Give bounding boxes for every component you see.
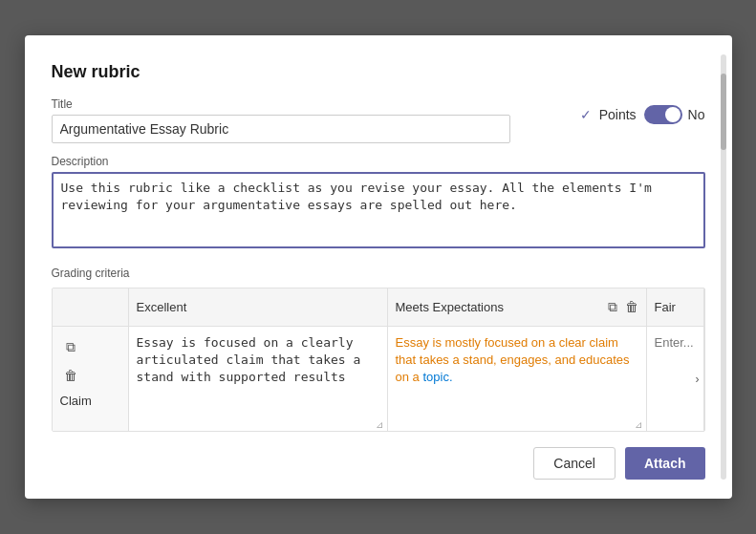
- meets-cell[interactable]: Essay is mostly focused on a clear claim…: [388, 327, 646, 431]
- delete-row-button[interactable]: 🗑: [60, 365, 81, 386]
- toggle-wrapper: No: [644, 105, 705, 124]
- toggle-no-label: No: [688, 107, 705, 122]
- toggle-knob: [665, 107, 680, 122]
- modal-overlay: New rubric Title ✓ Points No: [0, 0, 756, 534]
- excellent-textarea[interactable]: Essay is focused on a clearly articulate…: [137, 334, 379, 420]
- fair-cell: ›: [647, 327, 703, 431]
- title-label: Title: [52, 97, 510, 111]
- excellent-cell: Essay is focused on a clearly articulate…: [129, 327, 387, 431]
- checkmark-icon: ✓: [580, 107, 592, 122]
- excellent-label: Excellent: [137, 300, 187, 314]
- fair-column: Fair ›: [647, 288, 704, 431]
- cancel-button[interactable]: Cancel: [533, 447, 616, 480]
- chevron-right-icon: ›: [696, 373, 700, 386]
- grading-section: Grading criteria ⧉ 🗑 Claim Excellent: [52, 267, 705, 432]
- meets-resize-handle[interactable]: ⊿: [635, 419, 644, 429]
- header-row: Title ✓ Points No: [52, 97, 705, 143]
- description-textarea[interactable]: Use this rubric like a checklist as you …: [52, 172, 705, 248]
- meets-text: Essay is mostly focused on a clear claim…: [396, 334, 638, 387]
- title-input[interactable]: [52, 115, 510, 143]
- fair-input[interactable]: [655, 335, 696, 350]
- criteria-column: ⧉ 🗑 Claim: [53, 288, 129, 431]
- attach-button[interactable]: Attach: [625, 447, 705, 480]
- fair-column-header: Fair: [647, 288, 703, 327]
- criteria-row-label: Claim: [60, 394, 120, 408]
- copy-row-button[interactable]: ⧉: [60, 336, 81, 357]
- fair-label: Fair: [655, 300, 676, 314]
- excellent-column-header: Excellent: [129, 288, 387, 327]
- toggle-switch[interactable]: [644, 105, 682, 124]
- description-section: Description Use this rubric like a check…: [52, 155, 705, 251]
- grading-table: ⧉ 🗑 Claim Excellent Essay is focused on …: [52, 288, 705, 432]
- meets-column-header: Meets Expectations ⧉ 🗑: [388, 288, 646, 327]
- points-section: ✓ Points No: [580, 105, 705, 124]
- modal-container: New rubric Title ✓ Points No: [25, 35, 732, 499]
- scrollbar-thumb[interactable]: [721, 74, 726, 150]
- meets-label: Meets Expectations: [396, 300, 504, 314]
- grading-criteria-label: Grading criteria: [52, 267, 705, 280]
- meets-column: Meets Expectations ⧉ 🗑 Essay is mostly f…: [388, 288, 647, 431]
- meets-copy-icon[interactable]: ⧉: [608, 299, 617, 315]
- excellent-column: Excellent Essay is focused on a clearly …: [129, 288, 388, 431]
- meets-col-icons: ⧉ 🗑: [608, 299, 638, 315]
- footer: Cancel Attach: [52, 447, 705, 480]
- criteria-cell: ⧉ 🗑 Claim: [53, 327, 128, 431]
- meets-delete-icon[interactable]: 🗑: [625, 299, 638, 315]
- meets-text-blue: topic.: [422, 370, 452, 384]
- points-label: Points: [599, 107, 637, 122]
- excellent-resize-handle[interactable]: ⊿: [376, 419, 385, 429]
- left-section: Title: [52, 97, 510, 143]
- scrollbar-track[interactable]: [721, 54, 726, 480]
- right-section: ✓ Points No: [580, 97, 705, 124]
- criteria-column-header: [53, 288, 128, 327]
- description-label: Description: [52, 155, 705, 168]
- modal-title: New rubric: [52, 62, 705, 82]
